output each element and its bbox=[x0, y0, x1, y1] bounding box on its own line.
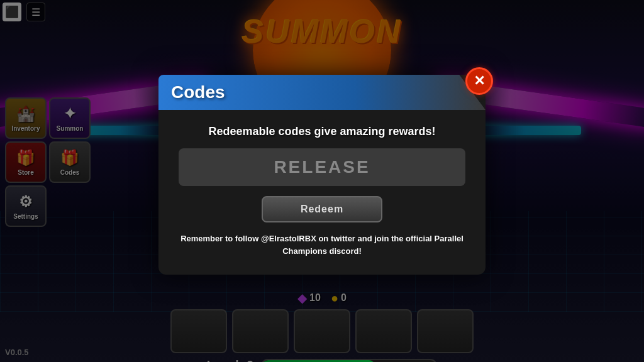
modal-body: Redeemable codes give amazing rewards! R… bbox=[158, 110, 486, 275]
code-input-container bbox=[179, 148, 465, 186]
modal-subtitle: Redeemable codes give amazing rewards! bbox=[208, 125, 435, 138]
codes-modal: Codes ✕ Redeemable codes give amazing re… bbox=[158, 75, 486, 275]
modal-footer-text: Remember to follow @ElrastolRBX on twitt… bbox=[179, 233, 465, 257]
modal-header: Codes bbox=[158, 75, 486, 110]
modal-overlay: Codes ✕ Redeemable codes give amazing re… bbox=[0, 0, 644, 362]
modal-title: Codes bbox=[171, 82, 225, 102]
redeem-button[interactable]: Redeem bbox=[262, 196, 382, 222]
modal-close-button[interactable]: ✕ bbox=[465, 67, 493, 95]
code-input[interactable] bbox=[181, 151, 463, 184]
